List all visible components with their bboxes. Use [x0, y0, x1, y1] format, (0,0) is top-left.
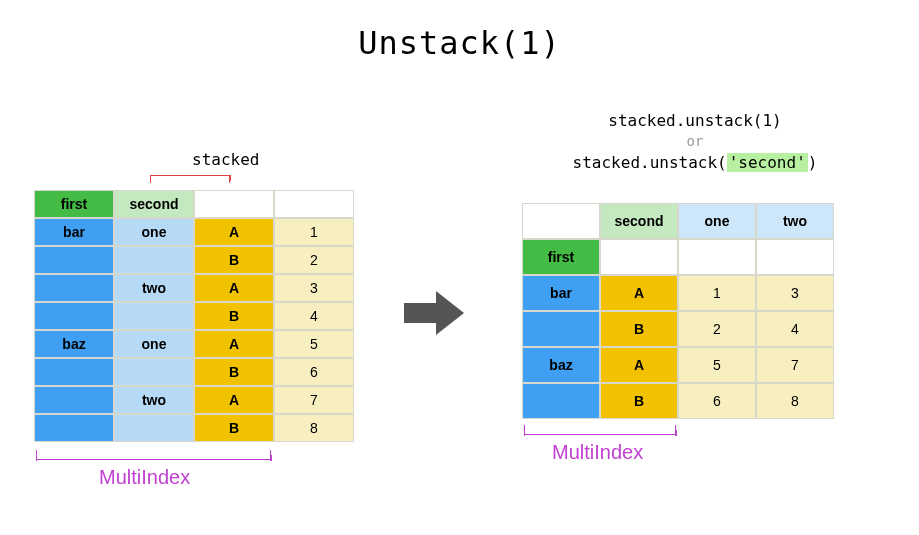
left-multiindex-label: MultiIndex: [99, 466, 190, 489]
arrow-right-icon: [400, 285, 470, 341]
r-one: 6: [678, 383, 756, 419]
code-example: stacked.unstack(1) or stacked.unstack('s…: [525, 110, 865, 174]
r-letter: A: [600, 347, 678, 383]
r-one: 1: [678, 275, 756, 311]
hdr-blank2: [274, 190, 354, 218]
l-letter: B: [194, 246, 274, 274]
l-value: 5: [274, 330, 354, 358]
l-first: bar: [34, 218, 114, 246]
l-value: 8: [274, 414, 354, 442]
l-letter: B: [194, 414, 274, 442]
l-second: [114, 246, 194, 274]
right-multiindex-label: MultiIndex: [552, 441, 643, 464]
code-line-1: stacked.unstack(1): [525, 110, 865, 132]
l-first: [34, 246, 114, 274]
l-second: one: [114, 330, 194, 358]
l-second: two: [114, 386, 194, 414]
diagram-stage: stacked.unstack(1) or stacked.unstack('s…: [0, 155, 919, 515]
r-letter: B: [600, 311, 678, 347]
l-letter: B: [194, 302, 274, 330]
r-hdr-blank: [756, 239, 834, 275]
l-letter: B: [194, 358, 274, 386]
l-first: baz: [34, 330, 114, 358]
l-value: 7: [274, 386, 354, 414]
l-second: [114, 358, 194, 386]
l-second: two: [114, 274, 194, 302]
stacked-label: stacked: [192, 150, 259, 169]
unstacked-table-wrap: second one two first bar A 1 3 B 2 4 baz…: [522, 203, 834, 419]
page-title: Unstack(1): [0, 0, 919, 62]
code-or: or: [525, 132, 865, 152]
r-hdr-first: first: [522, 239, 600, 275]
l-value: 2: [274, 246, 354, 274]
r-hdr-two: two: [756, 203, 834, 239]
r-first: [522, 311, 600, 347]
r-hdr-blank: [522, 203, 600, 239]
l-value: 6: [274, 358, 354, 386]
l-first: [34, 302, 114, 330]
hdr-first: first: [34, 190, 114, 218]
r-hdr-blank: [678, 239, 756, 275]
r-letter: A: [600, 275, 678, 311]
r-two: 3: [756, 275, 834, 311]
l-second: [114, 414, 194, 442]
stacked-table: first second bar one A 1 B 2 two A 3 B 4…: [34, 190, 354, 442]
l-value: 1: [274, 218, 354, 246]
stacked-table-wrap: stacked first second bar one A 1 B 2 two…: [34, 190, 354, 442]
code-line-2c: ): [808, 153, 818, 172]
stacked-bracket-icon: [150, 175, 230, 183]
unstacked-table: second one two first bar A 1 3 B 2 4 baz…: [522, 203, 834, 419]
hdr-blank1: [194, 190, 274, 218]
l-second: one: [114, 218, 194, 246]
r-first: [522, 383, 600, 419]
l-letter: A: [194, 218, 274, 246]
r-one: 5: [678, 347, 756, 383]
code-highlight: 'second': [727, 153, 808, 172]
l-value: 4: [274, 302, 354, 330]
r-one: 2: [678, 311, 756, 347]
l-first: [34, 386, 114, 414]
r-hdr-second: second: [600, 203, 678, 239]
right-multiindex-bracket-icon: [524, 425, 676, 435]
r-hdr-one: one: [678, 203, 756, 239]
l-letter: A: [194, 330, 274, 358]
r-two: 7: [756, 347, 834, 383]
code-line-2: stacked.unstack('second'): [525, 152, 865, 174]
l-first: [34, 414, 114, 442]
l-first: [34, 358, 114, 386]
r-letter: B: [600, 383, 678, 419]
hdr-second: second: [114, 190, 194, 218]
r-first: bar: [522, 275, 600, 311]
l-value: 3: [274, 274, 354, 302]
r-two: 4: [756, 311, 834, 347]
r-first: baz: [522, 347, 600, 383]
code-line-2a: stacked.unstack(: [573, 153, 727, 172]
l-letter: A: [194, 386, 274, 414]
l-letter: A: [194, 274, 274, 302]
l-first: [34, 274, 114, 302]
left-multiindex-bracket-icon: [36, 450, 271, 460]
r-two: 8: [756, 383, 834, 419]
r-hdr-blank: [600, 239, 678, 275]
l-second: [114, 302, 194, 330]
